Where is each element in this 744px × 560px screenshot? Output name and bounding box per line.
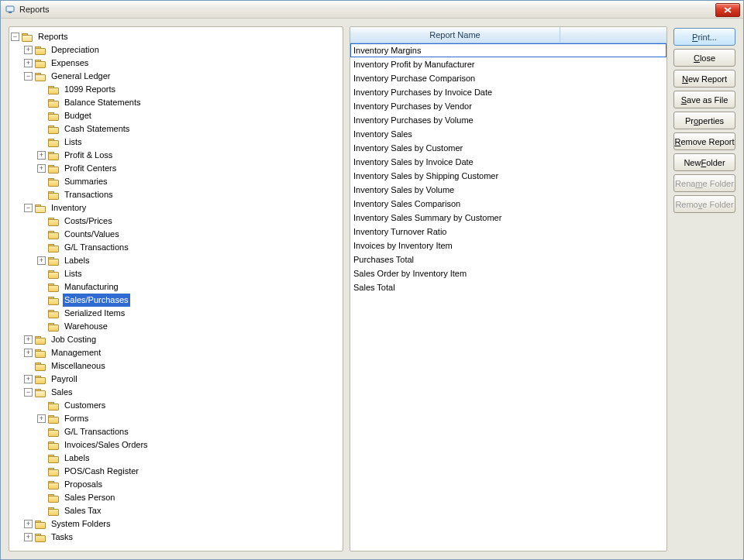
titlebar[interactable]: Reports [1,1,743,19]
expand-icon[interactable]: + [24,349,33,357]
tree-label[interactable]: G/L Transactions [63,241,130,254]
collapse-icon[interactable]: − [24,204,33,212]
tree-node[interactable]: POS/Cash Register [37,465,343,478]
report-list[interactable]: Inventory MarginsInventory Profit by Man… [350,43,666,551]
column-spacer[interactable] [560,27,666,43]
expand-icon[interactable]: + [37,151,46,160]
tree-label[interactable]: Profit & Loss [63,149,114,162]
report-row[interactable]: Inventory Profit by Manufacturer [350,57,666,71]
tree-node[interactable]: Lists [37,136,343,149]
report-row[interactable]: Inventory Purchases by Vendor [350,99,666,113]
expand-icon[interactable]: + [37,256,46,265]
tree-label[interactable]: Customers [63,399,107,412]
report-row[interactable]: Inventory Purchases by Volume [350,113,666,127]
tree-node[interactable]: +System Folders [24,517,343,531]
tree-label[interactable]: 1099 Reports [63,83,117,96]
report-row[interactable]: Inventory Sales by Customer [350,141,666,155]
tree-label[interactable]: Balance Statements [63,96,142,109]
report-row[interactable]: Inventory Sales [350,127,666,141]
tree-label[interactable]: Costs/Prices [63,215,114,228]
properties-button[interactable]: Properties [673,112,735,129]
tree-label[interactable]: Tasks [50,531,74,544]
expand-icon[interactable]: + [24,520,33,528]
tree-label[interactable]: Cash Statements [63,122,131,136]
tree-node[interactable]: −SalesCustomers+FormsG/L TransactionsInv… [24,386,343,517]
save-as-file-button[interactable]: Save as File [673,91,735,108]
print-button[interactable]: Print... [673,28,735,46]
tree-label[interactable]: POS/Cash Register [63,465,140,478]
report-row[interactable]: Inventory Sales Comparison [350,197,666,211]
tree-node[interactable]: −InventoryCosts/PricesCounts/ValuesG/L T… [24,201,343,333]
tree-node[interactable]: Lists [37,267,343,280]
tree-node[interactable]: Warehouse [37,320,343,333]
close-window-button[interactable] [715,3,740,17]
expand-icon[interactable]: + [37,164,46,173]
tree-label[interactable]: Manufacturing [63,280,120,294]
list-header[interactable]: Report Name [350,27,666,43]
tree-label[interactable]: Management [50,346,102,359]
tree-label[interactable]: Summaries [63,175,109,188]
tree-node[interactable]: G/L Transactions [37,241,343,254]
tree-label[interactable]: Labels [63,254,91,267]
tree-node[interactable]: +Job Costing [24,333,343,346]
tree-node[interactable]: Budget [37,109,343,122]
tree-label[interactable]: Warehouse [63,320,109,333]
expand-icon[interactable]: + [24,59,33,67]
tree-node[interactable]: Proposals [37,478,343,491]
tree-node[interactable]: +Management [24,346,343,359]
tree-label[interactable]: Inventory [50,201,88,215]
tree-node[interactable]: +Tasks [24,531,343,544]
tree-node[interactable]: Invoices/Sales Orders [37,438,343,452]
report-row[interactable]: Purchases Total [350,253,666,266]
tree-node[interactable]: Sales Person [37,491,343,504]
tree-label[interactable]: Budget [63,109,93,122]
folder-tree[interactable]: −Reports+Depreciation+Expenses−General L… [9,26,343,551]
tree-node[interactable]: +Profit Centers [37,162,343,175]
report-row[interactable]: Invoices by Inventory Item [350,239,666,253]
tree-node[interactable]: Counts/Values [37,228,343,241]
tree-node[interactable]: Customers [37,399,343,412]
tree-label[interactable]: Lists [63,136,84,149]
tree-node[interactable]: Costs/Prices [37,215,343,228]
report-row[interactable]: Inventory Turnover Ratio [350,225,666,239]
rename-folder-button[interactable]: Rename Folder [673,174,735,192]
tree-node[interactable]: +Labels [37,254,343,267]
tree-node[interactable]: −Reports+Depreciation+Expenses−General L… [11,30,343,544]
expand-icon[interactable]: + [24,335,33,344]
tree-label[interactable]: Sales Tax [63,504,103,517]
tree-node[interactable]: Balance Statements [37,96,343,109]
tree-label[interactable]: Profit Centers [63,162,118,175]
report-row[interactable]: Inventory Purchases by Invoice Date [350,85,666,99]
tree-label[interactable]: Serialized Items [63,307,126,320]
collapse-icon[interactable]: − [24,72,33,81]
tree-node[interactable]: Sales Tax [37,504,343,517]
remove-folder-button[interactable]: Remove Folder [673,195,735,213]
tree-label[interactable]: Proposals [63,478,104,491]
tree-label[interactable]: Payroll [50,373,79,386]
new-folder-button[interactable]: New Folder [673,153,735,171]
report-row[interactable]: Inventory Margins [350,43,666,57]
report-row[interactable]: Inventory Sales by Shipping Customer [350,169,666,183]
tree-label[interactable]: Expenses [50,57,90,70]
tree-label[interactable]: Sales/Purchases [63,294,130,307]
expand-icon[interactable]: + [24,533,33,541]
report-row[interactable]: Inventory Sales Summary by Customer [350,211,666,225]
tree-node[interactable]: Labels [37,452,343,465]
tree-label[interactable]: Sales [50,386,74,399]
tree-node[interactable]: −General Ledger1099 ReportsBalance State… [24,70,343,201]
tree-label[interactable]: Sales Person [63,491,116,504]
tree-node[interactable]: +Depreciation [24,43,343,57]
remove-report-button[interactable]: Remove Report [673,132,735,150]
report-row[interactable]: Sales Total [350,280,666,294]
tree-node[interactable]: Sales/Purchases [37,294,343,307]
expand-icon[interactable]: + [24,375,33,383]
tree-node[interactable]: Cash Statements [37,122,343,136]
tree-label[interactable]: Miscellaneous [50,359,107,373]
tree-label[interactable]: G/L Transactions [63,425,130,438]
tree-node[interactable]: +Forms [37,412,343,425]
tree-node[interactable]: 1099 Reports [37,83,343,96]
close-button[interactable]: Close [673,49,735,67]
report-row[interactable]: Inventory Sales by Volume [350,183,666,197]
new-report-button[interactable]: New Report [673,70,735,88]
report-row[interactable]: Sales Order by Inventory Item [350,266,666,280]
